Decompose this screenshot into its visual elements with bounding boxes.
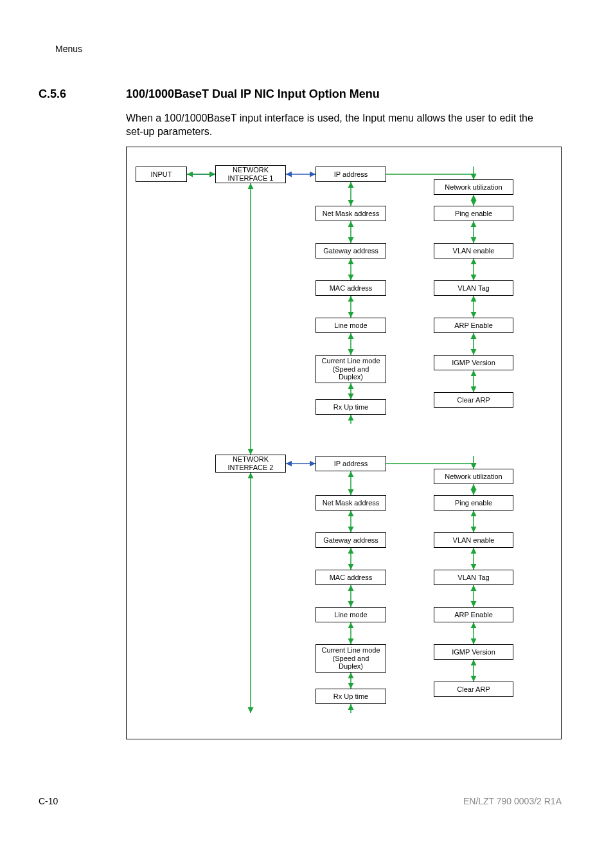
node-gateway-1: Gateway address (315, 243, 386, 258)
node-vlan-enable-2: VLAN enable (434, 532, 513, 548)
node-igmp-1: IGMP Version (434, 355, 513, 370)
node-arp-enable-2: ARP Enable (434, 607, 513, 622)
node-netmask-1: Net Mask address (315, 206, 386, 221)
diagram-frame: INPUT NETWORK INTERFACE 1 NETWORK INTERF… (126, 147, 562, 739)
node-ip-address-2: IP address (315, 456, 386, 471)
node-clear-arp-2: Clear ARP (434, 682, 513, 697)
node-igmp-2: IGMP Version (434, 644, 513, 660)
node-vlan-tag-1: VLAN Tag (434, 280, 513, 296)
node-network-interface-2: NETWORK INTERFACE 2 (215, 455, 286, 473)
node-vlan-enable-1: VLAN enable (434, 243, 513, 258)
node-netutil-1: Network utilization (434, 179, 513, 195)
node-linemode-1: Line mode (315, 318, 386, 333)
node-current-linemode-1: Current Line mode (Speed and Duplex) (315, 355, 386, 383)
node-ping-2: Ping enable (434, 495, 513, 511)
node-mac-1: MAC address (315, 280, 386, 296)
section-title: 100/1000BaseT Dual IP NIC Input Option M… (126, 87, 380, 101)
node-mac-2: MAC address (315, 570, 386, 585)
node-rxuptime-2: Rx Up time (315, 689, 386, 704)
node-gateway-2: Gateway address (315, 532, 386, 548)
node-netmask-2: Net Mask address (315, 495, 386, 511)
node-linemode-2: Line mode (315, 607, 386, 622)
section-paragraph: When a 100/1000BaseT input interface is … (126, 112, 537, 139)
node-input: INPUT (136, 167, 187, 182)
node-network-interface-1: NETWORK INTERFACE 1 (215, 165, 286, 183)
section-number: C.5.6 (39, 87, 66, 101)
node-arp-enable-1: ARP Enable (434, 318, 513, 333)
node-current-linemode-2: Current Line mode (Speed and Duplex) (315, 644, 386, 673)
node-rxuptime-1: Rx Up time (315, 399, 386, 415)
node-ip-address-1: IP address (315, 167, 386, 182)
node-clear-arp-1: Clear ARP (434, 392, 513, 408)
page: Menus C.5.6 100/1000BaseT Dual IP NIC In… (0, 0, 613, 868)
header-label: Menus (55, 44, 82, 54)
node-netutil-2: Network utilization (434, 469, 513, 484)
page-number: C-10 (39, 796, 58, 806)
node-vlan-tag-2: VLAN Tag (434, 570, 513, 585)
node-ping-1: Ping enable (434, 206, 513, 221)
doc-id: EN/LZT 790 0003/2 R1A (463, 796, 562, 806)
